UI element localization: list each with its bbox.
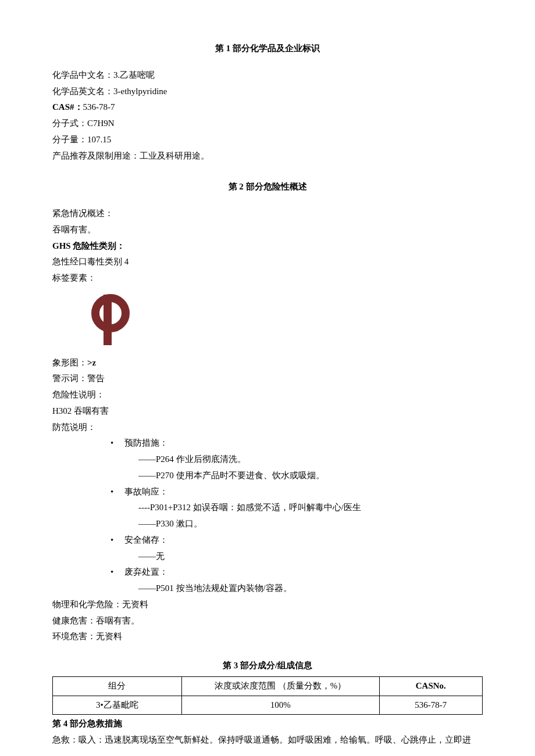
bullet-icon: • [110,435,124,452]
emergency-label: 紧急情况概述： [52,206,483,222]
hazard-text: H302 吞咽有害 [52,403,483,420]
phys-row: 物理和化学危险：无资料 [52,597,483,613]
name-en-value: 3-ethylpyridine [113,87,167,96]
use-label: 产品推荐及限制用途： [52,151,140,160]
pictogram-icon [81,290,483,354]
section4-title: 第 4 部分急救措施 [52,716,483,732]
storage-heading: • 安全储存： [110,532,483,549]
header-cas: CASNo. [379,676,482,696]
cas-value: 536-78-7 [83,102,115,112]
table-row: 3•乙基毗咤 100% 536-78-7 [53,696,483,715]
cell-concentration: 100% [181,696,379,715]
name-cn-label: 化学品中文名： [52,70,113,80]
cell-cas: 536-78-7 [379,696,482,715]
section3-title: 第 3 部分成分/组成信息 [52,658,483,674]
label-elements: 标签要素： [52,270,483,286]
composition-table: 组分 浓度或浓度范围 （质量分数，%） CASNo. 3•乙基毗咤 100% 5… [52,676,483,715]
first-aid-row: 急救：吸入：迅速脱离现场至空气新鲜处。保持呼吸道通畅。如呼吸困难，给输氧。呼吸、… [52,732,483,748]
response-heading-text: 事故响应： [124,484,168,500]
mw-row: 分子量：107.15 [52,132,483,148]
prevention-item-1: ——P264 作业后彻底清洗。 [138,452,483,468]
first-aid-label: 急救： [52,735,79,744]
health-label: 健康危害： [52,616,96,625]
env-label: 环境危害： [52,632,96,641]
health-text: 吞咽有害。 [96,616,140,625]
disposal-heading: • 废弃处置： [110,564,483,581]
precaution-label: 防范说明： [52,420,483,436]
env-row: 环境危害：无资料 [52,629,483,645]
signal-row: 警示词：警告 [52,371,483,387]
prevention-heading: • 预防措施： [110,435,483,452]
ghs-label: GHS 危险性类别： [52,238,483,255]
phys-text: 无资料 [122,600,148,609]
emergency-text: 吞咽有害。 [52,222,483,238]
response-item-1: ----P301+P312 如误吞咽：如感觉不适，呼叫解毒中心/医生 [138,500,483,516]
env-text: 无资料 [96,632,122,641]
name-en-row: 化学品英文名：3-ethylpyridine [52,84,483,100]
formula-value: C7H9N [87,119,115,128]
phys-label: 物理和化学危险： [52,600,122,609]
disposal-item-1: ——P501 按当地法规处置内装物/容器。 [138,581,483,597]
prevention-item-2: ——P270 使用本产品时不要进食、饮水或吸烟。 [138,468,483,484]
signal-value: 警告 [87,374,105,383]
formula-label: 分子式： [52,119,87,128]
storage-item-1: ——无 [138,549,483,565]
bullet-icon: • [110,484,124,500]
section1-title: 第 1 部分化学品及企业标识 [52,41,483,57]
bullet-icon: • [110,564,124,581]
response-heading: • 事故响应： [110,484,483,500]
header-component: 组分 [53,676,182,696]
cell-component: 3•乙基毗咤 [53,696,182,715]
storage-heading-text: 安全储存： [124,532,168,549]
cas-label: CAS#： [52,102,83,112]
bullet-icon: • [110,532,124,549]
signal-label: 警示词： [52,374,87,383]
name-cn-row: 化学品中文名：3.乙基嘧呢 [52,67,483,84]
pictogram-row: 象形图：>z [52,355,483,371]
pictogram-text: >z [87,358,96,367]
use-value: 工业及科研用途。 [140,151,209,160]
mw-value: 107.15 [87,135,111,144]
hazard-label: 危险性说明： [52,387,483,403]
name-cn-value: 3.乙基嘧呢 [113,70,155,80]
cas-row: CAS#：536-78-7 [52,99,483,116]
inhale-text: 迅速脱离现场至空气新鲜处。保持呼吸道通畅。如呼吸困难，给输氧。呼吸、心跳停止，立… [105,735,471,744]
pictogram-label: 象形图： [52,358,87,367]
section2-title: 第 2 部分危险性概述 [52,179,483,195]
inhale-label: 吸入： [79,735,105,744]
formula-row: 分子式：C7H9N [52,116,483,132]
prevention-heading-text: 预防措施： [124,435,168,452]
health-row: 健康危害：吞咽有害。 [52,613,483,629]
mw-label: 分子量： [52,135,87,144]
ghs-text: 急性经口毒性类别 4 [52,254,483,270]
disposal-heading-text: 废弃处置： [124,564,168,581]
header-concentration: 浓度或浓度范围 （质量分数，%） [181,676,379,696]
use-row: 产品推荐及限制用途：工业及科研用途。 [52,148,483,164]
name-en-label: 化学品英文名： [52,87,113,96]
table-header-row: 组分 浓度或浓度范围 （质量分数，%） CASNo. [53,676,483,696]
response-item-2: ——P330 漱口。 [138,516,483,532]
